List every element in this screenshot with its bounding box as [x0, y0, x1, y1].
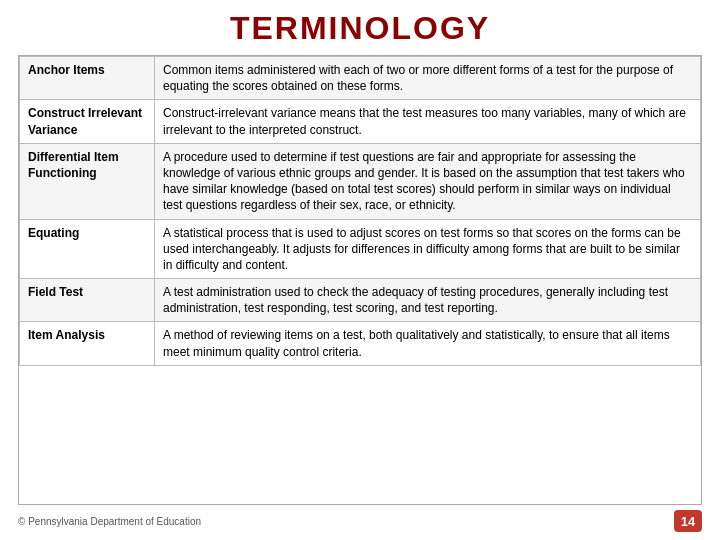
term-cell-construct-irrelevant-variance: Construct Irrelevant Variance: [20, 100, 155, 143]
definition-cell-construct-irrelevant-variance: Construct-irrelevant variance means that…: [155, 100, 701, 143]
definition-cell-anchor-items: Common items administered with each of t…: [155, 57, 701, 100]
page-number: 14: [674, 510, 702, 532]
term-cell-equating: Equating: [20, 219, 155, 279]
definition-cell-item-analysis: A method of reviewing items on a test, b…: [155, 322, 701, 365]
term-cell-field-test: Field Test: [20, 279, 155, 322]
footer: © Pennsylvania Department of Education 1…: [18, 510, 702, 532]
table-row: Differential Item FunctioningA procedure…: [20, 143, 701, 219]
page-title: TERMINOLOGY: [18, 10, 702, 47]
terminology-table-wrap: Anchor ItemsCommon items administered wi…: [18, 55, 702, 505]
term-cell-anchor-items: Anchor Items: [20, 57, 155, 100]
definition-cell-field-test: A test administration used to check the …: [155, 279, 701, 322]
table-row: Field TestA test administration used to …: [20, 279, 701, 322]
copyright-text: © Pennsylvania Department of Education: [18, 516, 201, 527]
term-cell-differential-item-functioning: Differential Item Functioning: [20, 143, 155, 219]
table-row: EquatingA statistical process that is us…: [20, 219, 701, 279]
table-row: Item AnalysisA method of reviewing items…: [20, 322, 701, 365]
table-row: Construct Irrelevant VarianceConstruct-i…: [20, 100, 701, 143]
page: TERMINOLOGY Anchor ItemsCommon items adm…: [0, 0, 720, 540]
definition-cell-differential-item-functioning: A procedure used to determine if test qu…: [155, 143, 701, 219]
term-cell-item-analysis: Item Analysis: [20, 322, 155, 365]
definition-cell-equating: A statistical process that is used to ad…: [155, 219, 701, 279]
table-row: Anchor ItemsCommon items administered wi…: [20, 57, 701, 100]
terminology-table: Anchor ItemsCommon items administered wi…: [19, 56, 701, 366]
